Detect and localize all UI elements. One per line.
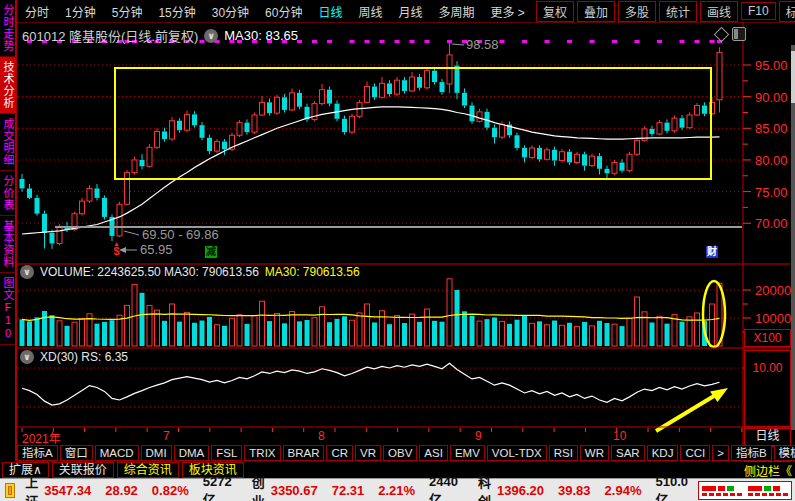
period-tab-item[interactable]: 1分钟 xyxy=(57,3,104,20)
volume-ma-value: MA30: 790613.56 xyxy=(265,265,360,279)
app-icon[interactable] xyxy=(5,483,15,498)
left-sidebar: 分时走势技术分析成交明细分价表基本资料图文F10 xyxy=(0,0,17,461)
collapse-chevron-icon[interactable]: ∨ xyxy=(204,29,218,43)
toolbar-button[interactable]: 画线 xyxy=(700,1,738,22)
widget-segment xyxy=(727,486,734,491)
month-label: 10 xyxy=(613,429,626,443)
sidebar-tab[interactable]: 分价表 xyxy=(0,171,15,216)
sidebar-tab[interactable]: 图文F10 xyxy=(0,273,15,345)
toolbar-button[interactable]: F10 xyxy=(741,2,776,20)
volume-collapse-chevron-icon[interactable]: ∨ xyxy=(20,265,34,279)
widget-segment xyxy=(718,486,725,491)
period-tab-item[interactable]: 周线 xyxy=(350,3,390,20)
indicator-button[interactable]: 指标B xyxy=(731,445,772,461)
right-scrollbar[interactable] xyxy=(791,45,795,430)
xd-header: ∨ XD(30) RS: 6.35 xyxy=(20,350,128,364)
indicator-button[interactable]: RSI xyxy=(549,445,578,461)
indicator-button[interactable]: 指标A xyxy=(17,445,58,461)
widget-segment xyxy=(764,486,771,491)
period-tab-item[interactable]: 多周期 xyxy=(431,3,483,20)
panel-layout-icon[interactable] xyxy=(732,27,746,41)
price-tick-label: 95.00 xyxy=(755,58,788,73)
indicator-button[interactable]: VR xyxy=(355,445,381,461)
index-amount: 510.0亿 xyxy=(655,474,688,501)
indicator-button[interactable]: KDJ xyxy=(647,445,679,461)
price-tick-label: 90.00 xyxy=(755,90,788,105)
sidebar-toggle[interactable]: 侧边栏《 xyxy=(744,462,792,479)
volume-unit-box: X100 xyxy=(744,329,791,347)
indicator-button[interactable]: ASI xyxy=(419,445,448,461)
toolbar-button[interactable]: 复权 xyxy=(536,1,574,22)
indicator-button[interactable]: SAR xyxy=(611,445,645,461)
indicator-button[interactable]: 模板 xyxy=(774,445,795,461)
index-change: 72.31 xyxy=(332,483,365,498)
period-tab-active[interactable]: 日线 xyxy=(310,3,350,20)
stock-app-window: 分时1分钟5分钟15分钟30分钟60分钟日线周线月线多周期更多 >复权叠加多股统… xyxy=(0,0,795,501)
xd-tick-label: 10.00 xyxy=(745,361,790,375)
indicator-button[interactable]: WR xyxy=(580,445,609,461)
toolbar-button[interactable]: 叠加 xyxy=(577,1,615,22)
price-tick-label: 80.00 xyxy=(755,153,788,168)
index-name: 创业 xyxy=(252,472,265,501)
widget-segment xyxy=(702,486,716,491)
indicator-button[interactable]: 窗口 xyxy=(60,445,93,461)
index-value: 3350.67 xyxy=(271,483,318,498)
period-tab-item[interactable]: 月线 xyxy=(391,3,431,20)
indicator-button[interactable]: CCI xyxy=(680,445,710,461)
index-change: 28.92 xyxy=(105,483,138,498)
volume-tick-label: 20000 xyxy=(755,283,791,298)
volume-tick-label: 10000 xyxy=(755,311,791,326)
month-label: 7 xyxy=(163,429,170,443)
widget-segment xyxy=(709,493,714,496)
indicator-button[interactable]: OBV xyxy=(383,445,417,461)
widget-segment xyxy=(737,493,742,496)
indicator-button[interactable]: > xyxy=(712,445,729,461)
widget-segment xyxy=(748,486,762,491)
period-toolbar: 分时1分钟5分钟15分钟30分钟60分钟日线周线月线多周期更多 >复权叠加多股统… xyxy=(17,0,795,22)
period-tab-item[interactable]: 60分钟 xyxy=(257,3,310,20)
index-value: 3547.34 xyxy=(44,483,91,498)
indicator-button[interactable]: TRIX xyxy=(244,445,280,461)
indicator-button[interactable]: EMV xyxy=(450,445,485,461)
indicator-button[interactable]: FSL xyxy=(211,445,242,461)
period-display-box[interactable]: 日线 xyxy=(744,428,791,446)
period-tab-item[interactable]: 5分钟 xyxy=(104,3,151,20)
widget-segment xyxy=(748,493,753,496)
indicator-button[interactable]: BRAR xyxy=(283,445,325,461)
high-price-annotation: 98.58 xyxy=(466,37,499,52)
toolbar-button[interactable]: 统计 xyxy=(659,1,697,22)
range-annotation: 69.50 - 69.86 xyxy=(142,227,219,242)
widget-segment xyxy=(773,486,780,491)
widget-segment xyxy=(783,493,788,496)
widget-segment xyxy=(723,493,728,496)
sidebar-tab[interactable]: 分时走势 xyxy=(0,0,15,57)
price-tick-label: 70.00 xyxy=(755,216,788,231)
indicator-button[interactable]: MACD xyxy=(95,445,139,461)
sidebar-tab[interactable]: 基本资料 xyxy=(0,216,15,273)
index-value: 1396.20 xyxy=(497,483,544,498)
cai-signal-badge: 财 xyxy=(706,246,718,258)
period-tab-item[interactable]: 更多 > xyxy=(483,3,533,20)
period-tab-item[interactable]: 分时 xyxy=(17,3,57,20)
toolbar-button[interactable]: 标记 xyxy=(779,1,795,22)
scrollbar-thumb[interactable] xyxy=(791,51,795,103)
status-bar: 上证3547.3428.920.82%5272亿创业3350.6772.312.… xyxy=(0,478,795,501)
indicator-button[interactable]: CR xyxy=(326,445,353,461)
toolbar-button[interactable]: 多股 xyxy=(618,1,656,22)
ma30-value: MA30: 83.65 xyxy=(224,28,298,43)
sidebar-tab[interactable]: 成交明细 xyxy=(0,114,15,171)
period-tab-item[interactable]: 15分钟 xyxy=(150,3,203,20)
indicator-button[interactable]: VOL-TDX xyxy=(487,445,547,461)
month-label: 9 xyxy=(475,429,482,443)
index-percent: 0.82% xyxy=(152,483,189,498)
widget-segment xyxy=(755,493,760,496)
stock-title: 601012 隆基股份(日线.前复权) xyxy=(22,26,198,45)
xd-collapse-chevron-icon[interactable]: ∨ xyxy=(20,350,34,364)
period-tab-item[interactable]: 30分钟 xyxy=(204,3,257,20)
indicator-button[interactable]: DMA xyxy=(174,445,210,461)
chart-title-row: 601012 隆基股份(日线.前复权) ∨ MA30: 83.65 xyxy=(22,26,298,45)
price-tick-label: 85.00 xyxy=(755,121,788,136)
widget-segment xyxy=(776,493,781,496)
sidebar-tab[interactable]: 技术分析 xyxy=(0,57,15,114)
indicator-button[interactable]: DMI xyxy=(141,445,172,461)
